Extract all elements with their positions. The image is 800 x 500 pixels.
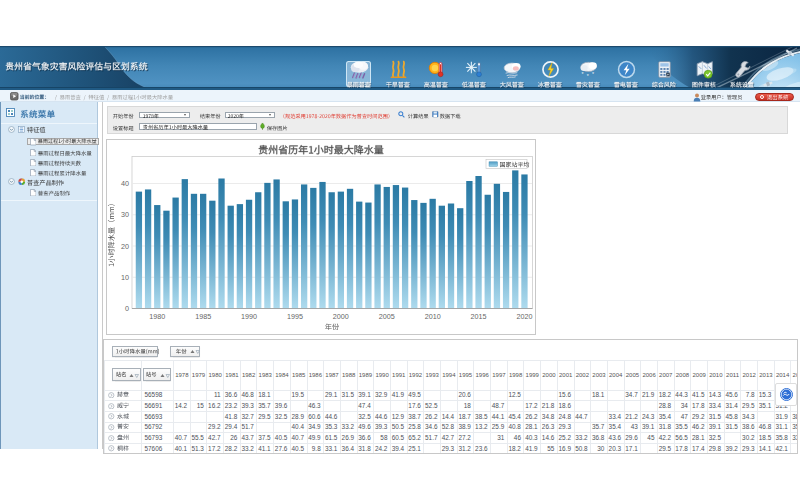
svg-text:30: 30 [121, 210, 129, 219]
svg-text:*: * [581, 70, 583, 76]
svg-text:1980: 1980 [149, 312, 165, 321]
svg-text:0: 0 [125, 304, 129, 313]
svg-text:1990: 1990 [241, 312, 257, 321]
svg-text:1985: 1985 [195, 312, 211, 321]
svg-text:2020: 2020 [516, 312, 532, 321]
svg-text:2015: 2015 [471, 312, 487, 321]
svg-text:40: 40 [121, 179, 129, 188]
svg-text:1995: 1995 [287, 312, 303, 321]
svg-text:*: * [586, 72, 588, 78]
svg-text:2005: 2005 [379, 312, 395, 321]
svg-text:2010: 2010 [425, 312, 441, 321]
svg-text:*: * [592, 70, 594, 76]
svg-text:2000: 2000 [333, 312, 349, 321]
svg-text:20: 20 [121, 241, 129, 250]
svg-text:10: 10 [121, 272, 129, 281]
